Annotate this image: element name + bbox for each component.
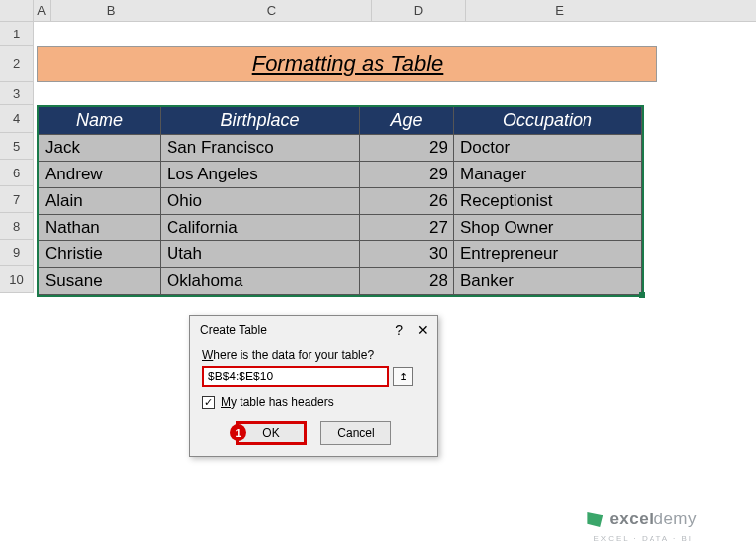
create-table-dialog: Create Table ? ✕ Where is the data for y… xyxy=(189,315,438,457)
row-header-6[interactable]: 6 xyxy=(0,160,34,186)
column-headers: A B C D E xyxy=(0,0,756,22)
row-headers: 1 2 3 4 5 6 7 8 9 10 xyxy=(0,22,34,293)
col-header-D[interactable]: D xyxy=(372,0,466,21)
cell-name[interactable]: Andrew xyxy=(39,162,161,188)
headers-checkbox-label: My table has headers xyxy=(221,395,334,409)
table-row: Christie Utah 30 Entrepreneur xyxy=(39,241,642,268)
watermark-logo: exceldemy xyxy=(587,510,697,529)
header-birthplace[interactable]: Birthplace xyxy=(161,107,360,135)
cell-occupation[interactable]: Receptionist xyxy=(454,188,642,215)
row-header-1[interactable]: 1 xyxy=(0,22,34,46)
cell-age[interactable]: 29 xyxy=(360,135,454,162)
cell-birthplace[interactable]: Ohio xyxy=(161,188,360,215)
data-table-selection[interactable]: Name Birthplace Age Occupation Jack San … xyxy=(37,105,644,297)
range-picker-button[interactable]: ↥ xyxy=(393,367,413,386)
cell-age[interactable]: 28 xyxy=(360,268,454,295)
cell-occupation[interactable]: Entrepreneur xyxy=(454,241,642,268)
spreadsheet-grid: A B C D E 1 2 3 4 5 6 7 8 9 10 Formattin… xyxy=(0,0,756,549)
cell-birthplace[interactable]: Utah xyxy=(161,241,360,268)
select-all-corner[interactable] xyxy=(0,0,34,21)
cell-birthplace[interactable]: California xyxy=(161,215,360,241)
cell-age[interactable]: 26 xyxy=(360,188,454,215)
cell-birthplace[interactable]: Los Angeles xyxy=(161,162,360,188)
dialog-question: Where is the data for your table? xyxy=(202,348,425,362)
title-cell[interactable]: Formatting as Table xyxy=(37,46,657,82)
col-header-E[interactable]: E xyxy=(466,0,653,21)
dialog-title: Create Table xyxy=(200,323,267,337)
cell-age[interactable]: 30 xyxy=(360,241,454,268)
cell-occupation[interactable]: Banker xyxy=(454,268,642,295)
header-name[interactable]: Name xyxy=(39,107,161,135)
close-icon[interactable]: ✕ xyxy=(417,322,429,338)
cell-name[interactable]: Alain xyxy=(39,188,161,215)
table-row: Susane Oklahoma 28 Banker xyxy=(39,268,642,295)
col-header-C[interactable]: C xyxy=(172,0,372,21)
cell-name[interactable]: Christie xyxy=(39,241,161,268)
cell-name[interactable]: Susane xyxy=(39,268,161,295)
cell-birthplace[interactable]: San Francisco xyxy=(161,135,360,162)
cell-name[interactable]: Jack xyxy=(39,135,161,162)
table-header-row: Name Birthplace Age Occupation xyxy=(39,107,642,135)
cell-occupation[interactable]: Doctor xyxy=(454,135,642,162)
col-header-A[interactable]: A xyxy=(34,0,51,21)
row-header-10[interactable]: 10 xyxy=(0,266,34,293)
dialog-titlebar[interactable]: Create Table ? ✕ xyxy=(190,316,437,342)
table-row: Alain Ohio 26 Receptionist xyxy=(39,188,642,215)
help-icon[interactable]: ? xyxy=(395,322,403,338)
row-header-3[interactable]: 3 xyxy=(0,82,34,105)
cell-occupation[interactable]: Manager xyxy=(454,162,642,188)
cell-birthplace[interactable]: Oklahoma xyxy=(161,268,360,295)
range-input[interactable] xyxy=(202,366,389,387)
table-row: Nathan California 27 Shop Owner xyxy=(39,215,642,241)
cell-occupation[interactable]: Shop Owner xyxy=(454,215,642,241)
col-header-B[interactable]: B xyxy=(51,0,172,21)
selection-handle-icon[interactable] xyxy=(639,292,645,298)
row-header-5[interactable]: 5 xyxy=(0,133,34,160)
row-header-8[interactable]: 8 xyxy=(0,213,34,240)
row-header-2[interactable]: 2 xyxy=(0,46,34,82)
watermark-tagline: EXCEL · DATA · BI xyxy=(593,534,693,543)
table-row: Andrew Los Angeles 29 Manager xyxy=(39,162,642,188)
cancel-button[interactable]: Cancel xyxy=(320,421,391,445)
cell-age[interactable]: 27 xyxy=(360,215,454,241)
row-header-4[interactable]: 4 xyxy=(0,105,34,133)
brand-icon xyxy=(587,512,603,527)
headers-checkbox[interactable]: ✓ xyxy=(202,396,215,409)
callout-badge: 1 xyxy=(230,424,246,441)
cell-age[interactable]: 29 xyxy=(360,162,454,188)
header-age[interactable]: Age xyxy=(360,107,454,135)
row-header-7[interactable]: 7 xyxy=(0,186,34,213)
header-occupation[interactable]: Occupation xyxy=(454,107,642,135)
table-row: Jack San Francisco 29 Doctor xyxy=(39,135,642,162)
row-header-9[interactable]: 9 xyxy=(0,240,34,266)
cell-name[interactable]: Nathan xyxy=(39,215,161,241)
